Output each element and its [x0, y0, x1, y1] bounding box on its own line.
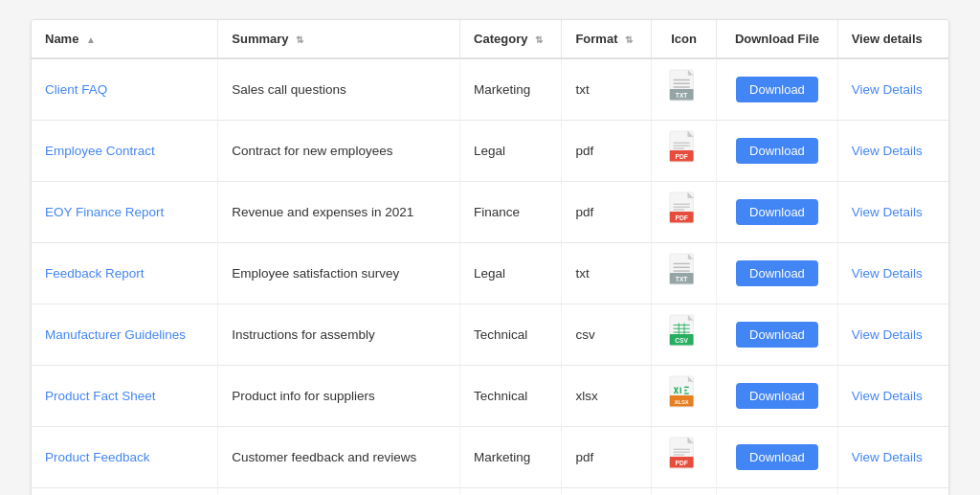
svg-text:PDF: PDF [675, 214, 687, 221]
cell-format-1: pdf [562, 121, 651, 182]
table-row: Product Fact Sheet Product info for supp… [32, 366, 948, 427]
cell-summary-0: Sales call questions [218, 58, 460, 121]
cell-download-2: Download [717, 182, 837, 243]
table-row: EOY Finance Report Revenue and expenses … [32, 182, 948, 243]
cell-viewdetails-7: View Details [837, 488, 948, 496]
col-header-name[interactable]: Name ▲ [32, 20, 218, 58]
cell-category-5: Technical [460, 366, 562, 427]
sort-icon-format: ⇅ [625, 34, 633, 45]
table-row: Product Feedback Customer feedback and r… [32, 427, 948, 488]
svg-text:TXT: TXT [675, 276, 687, 282]
cell-icon-6: PDF [651, 427, 716, 488]
cell-format-6: pdf [562, 427, 651, 488]
cell-summary-3: Employee satisfaction survey [218, 243, 460, 304]
cell-name-6: Product Feedback [32, 427, 218, 488]
cell-category-0: Marketing [460, 58, 562, 121]
cell-name-3: Feedback Report [32, 243, 218, 304]
cell-category-6: Marketing [460, 427, 562, 488]
file-icon-csv-4: CSV [667, 314, 702, 352]
sort-icon-category: ⇅ [535, 34, 543, 45]
file-icon-xlsx-5: XLSX [667, 375, 702, 414]
name-link-0[interactable]: Client FAQ [45, 82, 107, 97]
file-icon-pdf-2: PDF [667, 191, 702, 230]
table-row: Sales Analysis Template For gauging camp… [32, 488, 948, 496]
cell-download-5: Download [717, 366, 837, 427]
name-link-3[interactable]: Feedback Report [45, 266, 145, 281]
svg-text:PDF: PDF [675, 153, 687, 160]
cell-viewdetails-2: View Details [837, 182, 948, 243]
cell-download-7: Download [717, 488, 837, 496]
cell-icon-0: TXT [651, 58, 716, 121]
cell-summary-7: For gauging campaign performance [218, 488, 460, 496]
svg-text:CSV: CSV [675, 337, 688, 344]
col-header-icon: Icon [651, 20, 716, 58]
cell-name-1: Employee Contract [32, 121, 218, 182]
cell-icon-1: PDF [651, 121, 716, 182]
col-header-summary[interactable]: Summary ⇅ [218, 20, 460, 58]
cell-format-7: xlsx [562, 488, 651, 496]
col-header-format[interactable]: Format ⇅ [562, 20, 651, 58]
download-button-4[interactable]: Download [736, 322, 818, 348]
name-link-6[interactable]: Product Feedback [45, 450, 150, 464]
cell-name-4: Manufacturer Guidelines [32, 304, 218, 366]
table-header-row: Name ▲ Summary ⇅ Category ⇅ Format ⇅ Ico… [32, 20, 948, 58]
name-link-1[interactable]: Employee Contract [45, 144, 155, 158]
cell-name-7: Sales Analysis Template [32, 488, 218, 496]
cell-icon-5: XLSX [651, 366, 716, 427]
cell-summary-1: Contract for new employees [218, 121, 460, 182]
document-table: Name ▲ Summary ⇅ Category ⇅ Format ⇅ Ico… [31, 19, 949, 495]
cell-download-3: Download [717, 243, 837, 304]
cell-viewdetails-4: View Details [837, 304, 948, 366]
cell-download-0: Download [717, 58, 837, 121]
cell-icon-7: XLSX [651, 488, 716, 496]
name-link-5[interactable]: Product Fact Sheet [45, 389, 156, 403]
file-icon-txt-3: TXT [667, 253, 702, 291]
name-link-2[interactable]: EOY Finance Report [45, 205, 164, 219]
table-row: Feedback Report Employee satisfaction su… [32, 243, 948, 304]
cell-category-2: Finance [460, 182, 562, 243]
download-button-6[interactable]: Download [736, 444, 818, 470]
cell-viewdetails-0: View Details [837, 58, 948, 121]
view-details-link-6[interactable]: View Details [852, 450, 923, 464]
cell-viewdetails-6: View Details [837, 427, 948, 488]
view-details-link-0[interactable]: View Details [852, 82, 923, 97]
file-icon-pdf-1: PDF [667, 130, 702, 169]
table-row: Client FAQ Sales call questions Marketin… [32, 58, 948, 121]
download-button-2[interactable]: Download [736, 199, 818, 225]
download-button-1[interactable]: Download [736, 138, 818, 164]
table-row: Manufacturer Guidelines Instructions for… [32, 304, 948, 366]
svg-text:PDF: PDF [675, 460, 687, 466]
svg-text:XLSX: XLSX [674, 399, 688, 405]
download-button-0[interactable]: Download [736, 77, 818, 102]
cell-summary-2: Revenue and expenses in 2021 [218, 182, 460, 243]
cell-icon-4: CSV [651, 304, 716, 366]
cell-format-3: txt [562, 243, 651, 304]
cell-download-1: Download [717, 121, 837, 182]
view-details-link-5[interactable]: View Details [852, 389, 923, 403]
download-button-3[interactable]: Download [736, 260, 818, 286]
cell-download-6: Download [717, 427, 837, 488]
cell-format-0: txt [562, 58, 651, 121]
table-row: Employee Contract Contract for new emplo… [32, 121, 948, 182]
view-details-link-4[interactable]: View Details [852, 327, 923, 342]
cell-viewdetails-5: View Details [837, 366, 948, 427]
cell-summary-5: Product info for suppliers [218, 366, 460, 427]
col-header-category[interactable]: Category ⇅ [460, 20, 562, 58]
cell-format-4: csv [562, 304, 651, 366]
view-details-link-3[interactable]: View Details [852, 266, 923, 281]
cell-format-2: pdf [562, 182, 651, 243]
download-button-5[interactable]: Download [736, 383, 818, 409]
cell-category-3: Legal [460, 243, 562, 304]
cell-name-2: EOY Finance Report [32, 182, 218, 243]
name-link-4[interactable]: Manufacturer Guidelines [45, 327, 186, 342]
cell-icon-3: TXT [651, 243, 716, 304]
cell-name-5: Product Fact Sheet [32, 366, 218, 427]
file-icon-txt-0: TXT [667, 69, 702, 107]
file-icon-pdf-6: PDF [667, 437, 702, 475]
cell-download-4: Download [717, 304, 837, 366]
view-details-link-1[interactable]: View Details [852, 144, 923, 158]
cell-viewdetails-1: View Details [837, 121, 948, 182]
cell-format-5: xlsx [562, 366, 651, 427]
sort-icon-summary: ⇅ [296, 34, 303, 45]
view-details-link-2[interactable]: View Details [852, 205, 923, 219]
